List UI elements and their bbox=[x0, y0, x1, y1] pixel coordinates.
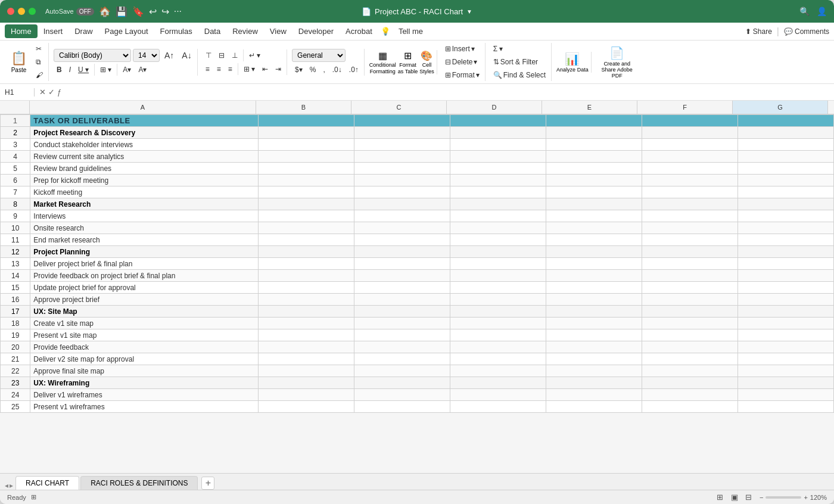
close-button[interactable] bbox=[7, 8, 14, 15]
decrease-decimal-button[interactable]: .0↓ bbox=[329, 64, 345, 76]
cell[interactable] bbox=[546, 306, 642, 318]
delete-button[interactable]: ⊟ Delete ▾ bbox=[442, 56, 483, 68]
cell[interactable] bbox=[642, 175, 737, 186]
decrease-font-button[interactable]: A↓ bbox=[179, 49, 194, 62]
menu-insert[interactable]: Insert bbox=[38, 24, 69, 38]
more-icon[interactable]: ··· bbox=[174, 6, 182, 17]
cell[interactable] bbox=[258, 186, 354, 198]
cell[interactable] bbox=[450, 258, 546, 270]
cell[interactable] bbox=[450, 365, 546, 377]
align-right-button[interactable]: ≡ bbox=[225, 63, 235, 75]
increase-decimal-button[interactable]: .0↑ bbox=[346, 64, 362, 76]
cell[interactable] bbox=[354, 151, 450, 163]
cell[interactable] bbox=[354, 198, 450, 210]
cell[interactable] bbox=[546, 329, 642, 341]
cell[interactable] bbox=[450, 294, 546, 306]
autosave-toggle[interactable]: OFF bbox=[76, 8, 94, 15]
cell[interactable] bbox=[450, 401, 546, 413]
cell[interactable] bbox=[642, 163, 737, 175]
copy-button[interactable]: ⧉ bbox=[33, 56, 46, 68]
cell[interactable] bbox=[258, 234, 354, 246]
cell[interactable] bbox=[546, 222, 642, 234]
cell[interactable] bbox=[737, 389, 833, 401]
cell[interactable] bbox=[546, 318, 642, 329]
font-size-select[interactable]: 14 bbox=[133, 49, 160, 62]
tab-raci-chart[interactable]: RACI CHART bbox=[15, 476, 79, 490]
profile-icon[interactable]: 👤 bbox=[817, 7, 827, 16]
menu-view[interactable]: View bbox=[264, 24, 292, 38]
cell[interactable] bbox=[642, 294, 737, 306]
menu-draw[interactable]: Draw bbox=[69, 24, 98, 38]
cell[interactable] bbox=[642, 198, 737, 210]
cell[interactable] bbox=[642, 365, 737, 377]
cell[interactable] bbox=[354, 365, 450, 377]
cell-styles-button[interactable]: 🎨 Cell Styles bbox=[419, 50, 434, 74]
font-family-select[interactable]: Calibri (Body) bbox=[54, 49, 131, 62]
cell[interactable] bbox=[642, 139, 737, 151]
find-select-button[interactable]: 🔍 Find & Select bbox=[490, 69, 549, 81]
cell[interactable]: Kickoff meeting bbox=[30, 186, 258, 198]
font-color-button[interactable]: A▾ bbox=[135, 64, 150, 76]
cell[interactable] bbox=[546, 139, 642, 151]
cell[interactable]: TASK OR DELIVERABLE bbox=[30, 115, 258, 127]
cell[interactable] bbox=[642, 306, 737, 318]
cell[interactable]: Create v1 site map bbox=[30, 318, 258, 329]
format-painter-button[interactable]: 🖌 bbox=[33, 69, 46, 81]
menu-review[interactable]: Review bbox=[226, 24, 264, 38]
search-icon[interactable]: 🔍 bbox=[799, 7, 810, 16]
cell[interactable] bbox=[258, 258, 354, 270]
cell[interactable] bbox=[450, 377, 546, 389]
cell[interactable] bbox=[450, 282, 546, 294]
menu-acrobat[interactable]: Acrobat bbox=[340, 24, 378, 38]
cell[interactable] bbox=[354, 282, 450, 294]
align-left-button[interactable]: ≡ bbox=[203, 63, 213, 75]
cell[interactable] bbox=[450, 329, 546, 341]
cell[interactable] bbox=[354, 234, 450, 246]
tab-prev-icon[interactable]: ◂ bbox=[5, 481, 8, 490]
cell[interactable]: Deliver v2 site map for approval bbox=[30, 353, 258, 365]
align-middle-button[interactable]: ⊟ bbox=[216, 49, 228, 61]
cell[interactable] bbox=[354, 294, 450, 306]
cell[interactable]: Present v1 wireframes bbox=[30, 401, 258, 413]
cell[interactable] bbox=[737, 198, 833, 210]
cell[interactable] bbox=[642, 377, 737, 389]
cell[interactable] bbox=[737, 151, 833, 163]
cell[interactable] bbox=[450, 198, 546, 210]
cell[interactable] bbox=[450, 222, 546, 234]
menu-home[interactable]: Home bbox=[5, 24, 38, 38]
cell[interactable] bbox=[354, 139, 450, 151]
align-bottom-button[interactable]: ⊥ bbox=[229, 49, 241, 61]
cell[interactable] bbox=[737, 318, 833, 329]
cell[interactable] bbox=[737, 282, 833, 294]
cell[interactable] bbox=[546, 341, 642, 353]
page-break-view-icon[interactable]: ⊟ bbox=[743, 493, 755, 502]
cell[interactable] bbox=[737, 329, 833, 341]
cell[interactable] bbox=[737, 127, 833, 139]
cell[interactable] bbox=[258, 365, 354, 377]
cell[interactable]: End market research bbox=[30, 234, 258, 246]
cut-button[interactable]: ✂ bbox=[33, 43, 46, 55]
cell[interactable]: Deliver v1 wireframes bbox=[30, 389, 258, 401]
cell[interactable] bbox=[258, 115, 354, 127]
cell[interactable] bbox=[546, 210, 642, 222]
comma-button[interactable]: , bbox=[320, 64, 328, 76]
formula-confirm-icon[interactable]: ✓ bbox=[48, 88, 55, 97]
cell[interactable] bbox=[354, 127, 450, 139]
cell[interactable] bbox=[546, 401, 642, 413]
cell[interactable] bbox=[450, 139, 546, 151]
cell[interactable]: Conduct stakeholder interviews bbox=[30, 139, 258, 151]
add-sheet-button[interactable]: + bbox=[201, 477, 214, 490]
cell[interactable] bbox=[546, 282, 642, 294]
cell[interactable] bbox=[737, 377, 833, 389]
merge-button[interactable]: ⊞ ▾ bbox=[241, 63, 258, 75]
paste-button[interactable]: 📋 bbox=[7, 51, 30, 66]
formula-cancel-icon[interactable]: ✕ bbox=[39, 88, 46, 97]
cell[interactable] bbox=[642, 234, 737, 246]
cell[interactable] bbox=[258, 294, 354, 306]
cell[interactable] bbox=[737, 186, 833, 198]
cell[interactable] bbox=[354, 175, 450, 186]
formula-input[interactable] bbox=[64, 88, 829, 97]
cell[interactable]: Present v1 site map bbox=[30, 329, 258, 341]
minimize-button[interactable] bbox=[18, 8, 25, 15]
bookmark-icon[interactable]: 🔖 bbox=[132, 6, 144, 17]
